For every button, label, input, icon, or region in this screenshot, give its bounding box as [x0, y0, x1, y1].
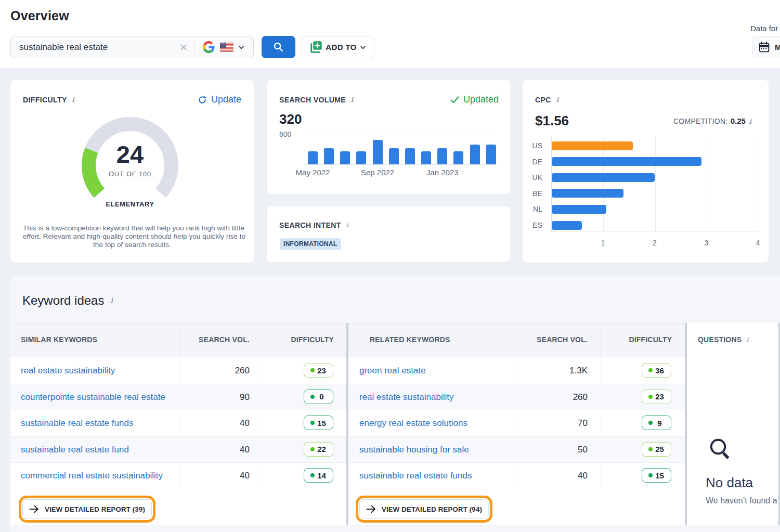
difficulty-badge: 15 [642, 468, 671, 483]
difficulty-score: 23 [653, 392, 667, 401]
keyword-link[interactable]: sustainable real estate fund [21, 436, 129, 463]
search-icon [273, 42, 284, 53]
cpc-category-label: DE [529, 157, 542, 166]
table-splitter-handle[interactable] [685, 323, 687, 525]
related-difficulty-column-header[interactable]: DIFFICULTY [601, 335, 672, 344]
arrow-right-icon [29, 505, 39, 513]
date-range-button[interactable]: M [752, 36, 780, 58]
search-volume-info-icon[interactable]: i [351, 96, 353, 103]
keyword-link[interactable]: real estate sustainability [21, 357, 115, 384]
keyword-link[interactable]: commercial real estate sustainability [21, 462, 163, 489]
difficulty-info-icon[interactable]: i [72, 96, 74, 103]
difficulty-badge: 0 [304, 390, 333, 404]
keyword-overview-page: Overview sustainable real estate [0, 0, 780, 532]
google-logo-icon [203, 41, 215, 53]
search-engine-chevron-down-icon[interactable] [238, 44, 245, 51]
questions-info-icon[interactable]: i [746, 336, 748, 344]
keyword-row: real estate sustainability26023 [10, 357, 346, 384]
clear-search-icon[interactable] [179, 43, 188, 51]
keyword-link[interactable]: sustainable housing for sale [359, 436, 469, 463]
difficulty-score: 36 [653, 366, 667, 375]
column-separator [601, 323, 601, 357]
similar-report-label: VIEW DETAILED REPORT (39) [45, 505, 145, 513]
keyword-link[interactable]: green real estate [359, 357, 426, 384]
difficulty-score: 23 [315, 366, 329, 375]
competition-info-icon[interactable]: i [749, 118, 751, 125]
keyword-link[interactable]: sustainable real estate funds [359, 462, 472, 489]
search-volume-card-title: SEARCH VOLUMEi [279, 96, 353, 104]
keyword-link[interactable]: counterpointe sustainable real estate [21, 384, 165, 410]
search-volume-card: SEARCH VOLUMEi Updated 320 600 May 2022S… [267, 80, 510, 194]
table-splitter-handle[interactable] [346, 323, 348, 525]
similar-view-detailed-report-button[interactable]: VIEW DETAILED REPORT (39) [22, 499, 152, 519]
sv-bar-nov-2022 [405, 148, 415, 164]
cpc-bar-nl [552, 205, 606, 214]
cpc-bar-be [552, 189, 623, 198]
search-volume-value: 320 [279, 112, 302, 126]
search-button[interactable] [262, 36, 295, 58]
add-to-chevron-down-icon [359, 44, 367, 51]
keyword-ideas-section: Keyword ideasi SIMILAR KEYWORDS SEARCH V… [10, 276, 780, 532]
difficulty-score: 25 [653, 445, 667, 453]
keyword-row: sustainable real estate funds4015 [10, 410, 346, 436]
similar-difficulty-column-header[interactable]: DIFFICULTY [263, 335, 334, 344]
calendar-icon [759, 42, 770, 53]
keyword-ideas-info-icon[interactable]: i [110, 296, 112, 304]
column-separator [517, 323, 517, 357]
cpc-gridline [655, 137, 656, 231]
related-search-vol-column-header[interactable]: SEARCH VOL. [517, 335, 588, 344]
related-keywords-table: green real estate1.3K36real estate susta… [349, 357, 685, 489]
add-to-button[interactable]: ADD TO [302, 36, 374, 58]
sv-bar-sep-2022 [373, 140, 383, 164]
search-volume-cell: 50 [515, 436, 588, 463]
difficulty-dot [648, 421, 653, 425]
search-query-text[interactable]: sustainable real estate [19, 42, 179, 53]
search-volume-cell: 40 [177, 462, 250, 489]
keyword-link[interactable]: sustainable real estate funds [21, 410, 133, 436]
related-keywords-column-header[interactable]: RELATED KEYWORDS [370, 335, 450, 344]
sv-x-tick-label: May 2022 [287, 168, 339, 177]
keyword-row: counterpointe sustainable real estate900 [10, 384, 346, 410]
difficulty-score: 14 [315, 471, 329, 480]
keyword-search-input[interactable]: sustainable real estate [10, 36, 254, 58]
keyword-row: energy real estate solutions709 [349, 410, 685, 436]
similar-search-vol-column-header[interactable]: SEARCH VOL. [179, 335, 250, 344]
difficulty-dot [648, 395, 653, 399]
keyword-link[interactable]: energy real estate solutions [359, 410, 467, 436]
cpc-value: $1.56 [535, 114, 569, 127]
cpc-bar-uk [552, 173, 655, 182]
difficulty-badge: 22 [304, 442, 333, 457]
difficulty-badge: 25 [642, 442, 671, 457]
difficulty-dot [648, 368, 653, 372]
questions-column-header: QUESTIONSi [698, 335, 748, 344]
sv-bar-jun-2022 [324, 148, 334, 164]
keyword-row: green real estate1.3K36 [349, 357, 685, 384]
check-icon [450, 96, 459, 103]
keyword-link[interactable]: real estate sustainability [359, 384, 453, 410]
cpc-gridline [759, 137, 759, 231]
difficulty-update-link[interactable]: Update [198, 94, 241, 105]
cpc-chart [551, 137, 758, 231]
column-separator [179, 323, 179, 357]
keyword-row: sustainable real estate funds4015 [349, 462, 685, 489]
difficulty-dot [310, 447, 315, 451]
questions-panel [687, 323, 780, 525]
cpc-bar-us [552, 141, 633, 150]
difficulty-dot [648, 473, 653, 477]
cpc-category-label: BE [529, 189, 542, 198]
difficulty-card: DIFFICULTYi Update 24 OUT OF 100 ELEMENT… [10, 80, 254, 263]
cpc-info-icon[interactable]: i [556, 96, 558, 103]
cpc-category-label: NL [529, 204, 542, 214]
keyword-row: real estate sustainability26023 [349, 384, 685, 410]
related-view-detailed-report-button[interactable]: VIEW DETAILED REPORT (94) [359, 499, 489, 519]
search-intent-info-icon[interactable]: i [346, 221, 348, 229]
search-volume-cell: 40 [515, 462, 588, 489]
update-label: Update [211, 94, 241, 105]
cpc-x-tick-label: 3 [696, 239, 717, 247]
similar-keywords-column-header[interactable]: SIMILAR KEYWORDS [21, 335, 97, 344]
search-intent-card: SEARCH INTENTi INFORMATIONAL [267, 206, 510, 262]
difficulty-card-title: DIFFICULTYi [23, 96, 74, 104]
difficulty-value: 24 [21, 142, 239, 166]
cpc-x-tick-label: 2 [644, 239, 665, 247]
difficulty-score: 9 [653, 419, 667, 427]
